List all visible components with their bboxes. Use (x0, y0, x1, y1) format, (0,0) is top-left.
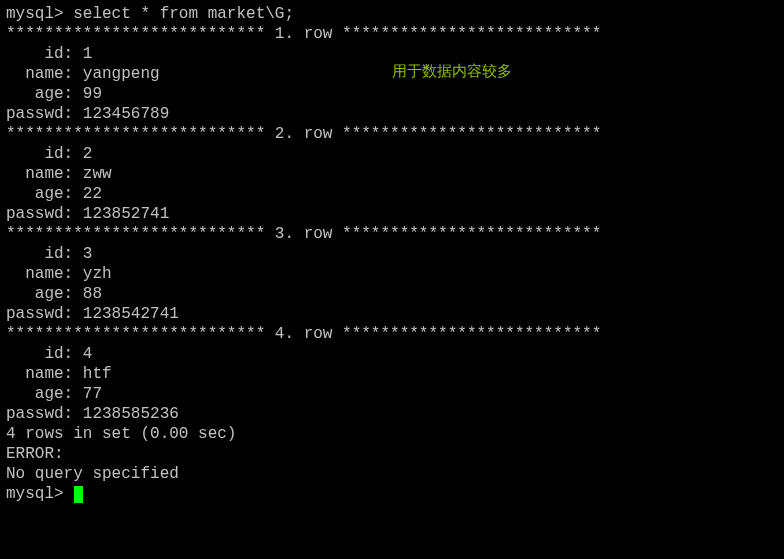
row-1-age: age: 99 (6, 84, 778, 104)
row-2-passwd: passwd: 123852741 (6, 204, 778, 224)
row-separator-1: *************************** 1. row *****… (6, 24, 778, 44)
row-1-passwd: passwd: 123456789 (6, 104, 778, 124)
row-2-id: id: 2 (6, 144, 778, 164)
command-line: mysql> select * from market\G; (6, 4, 778, 24)
row-3-id: id: 3 (6, 244, 778, 264)
row-separator-3: *************************** 3. row *****… (6, 224, 778, 244)
row-separator-4: *************************** 4. row *****… (6, 324, 778, 344)
row-3-passwd: passwd: 1238542741 (6, 304, 778, 324)
terminal-cursor (74, 486, 83, 503)
row-4-name: name: htf (6, 364, 778, 384)
error-message: No query specified (6, 464, 778, 484)
row-4-id: id: 4 (6, 344, 778, 364)
row-separator-2: *************************** 2. row *****… (6, 124, 778, 144)
terminal-prompt: mysql> (6, 484, 73, 504)
error-label: ERROR: (6, 444, 778, 464)
row-3-age: age: 88 (6, 284, 778, 304)
terminal-prompt-row[interactable]: mysql> (6, 484, 778, 504)
row-1-id: id: 1 (6, 44, 778, 64)
result-summary: 4 rows in set (0.00 sec) (6, 424, 778, 444)
annotation-overlay: 用于数据内容较多 (392, 62, 512, 81)
row-2-age: age: 22 (6, 184, 778, 204)
row-4-age: age: 77 (6, 384, 778, 404)
row-3-name: name: yzh (6, 264, 778, 284)
row-4-passwd: passwd: 1238585236 (6, 404, 778, 424)
row-2-name: name: zww (6, 164, 778, 184)
